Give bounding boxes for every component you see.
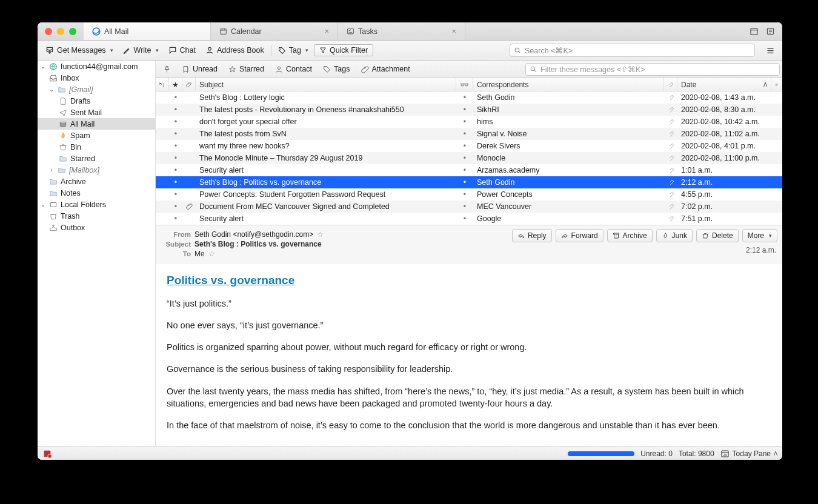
to-value: Me [195, 250, 205, 258]
today-pane-toggle[interactable]: 29 Today Pane ᐱ [720, 449, 777, 458]
forward-button[interactable]: Forward [556, 229, 604, 242]
address-book-button[interactable]: Address Book [201, 44, 268, 56]
col-label: Subject [199, 81, 224, 89]
folder-gmail[interactable]: ⌄[Gmail] [38, 84, 155, 95]
tab-tasks[interactable]: Tasks × [338, 22, 465, 40]
junk-button[interactable]: Junk [656, 229, 693, 242]
message-row[interactable]: •Seth's Blog : Lottery logic•Seth Godin2… [156, 91, 782, 104]
row-attach2-icon [664, 155, 677, 161]
star-contact-icon[interactable]: ☆ [208, 250, 215, 258]
message-row[interactable]: •want my three new books?•Derek Sivers20… [156, 140, 782, 152]
col-correspondents[interactable]: Correspondents [473, 78, 664, 91]
sent-icon [59, 108, 67, 117]
article-title-link[interactable]: Politics vs. governance [167, 273, 771, 289]
contacts-icon [205, 46, 214, 55]
get-messages-button[interactable]: Get Messages ▾ [41, 44, 118, 56]
folder-all-mail[interactable]: All Mail [38, 118, 155, 130]
subject-label: Subject [162, 240, 191, 248]
account-row[interactable]: ⌄function44@gmail.com [38, 61, 155, 72]
row-dot-icon: • [169, 190, 182, 199]
filter-messages-input[interactable]: Filter these messages <⇧⌘K> [525, 63, 780, 76]
addon-status-icon[interactable] [42, 449, 52, 459]
write-button[interactable]: Write ▾ [119, 44, 163, 56]
tag-button[interactable]: Tag ▾ [274, 44, 313, 56]
folder-archive[interactable]: Archive [38, 176, 155, 187]
col-thread[interactable]: ʰ↓ [156, 78, 169, 91]
quick-filter-label: Quick Filter [330, 46, 368, 55]
filter-starred[interactable]: Starred [224, 63, 269, 75]
to-label: To [162, 250, 191, 257]
title-right-controls [742, 22, 782, 40]
tab-all-mail[interactable]: All Mail [84, 22, 211, 40]
folder-label: Inbox [61, 74, 79, 82]
star-contact-icon[interactable]: ☆ [317, 230, 324, 239]
chevron-down-icon[interactable]: ▾ [156, 47, 159, 53]
folder-outbox[interactable]: Outbox [38, 222, 155, 233]
filter-pin[interactable] [158, 64, 176, 75]
folder-spam[interactable]: Spam [38, 130, 155, 141]
col-attach[interactable] [182, 78, 196, 91]
message-row[interactable]: •Security alert•Google7:51 p.m. [156, 213, 782, 225]
zoom-window-button[interactable] [69, 28, 76, 35]
col-read[interactable]: 👓 [456, 78, 473, 91]
row-correspondent: Google [473, 214, 664, 223]
col-attach2[interactable] [664, 78, 677, 91]
col-date[interactable]: Dateᐱ [677, 78, 771, 91]
row-dot-icon: • [169, 118, 182, 126]
row-dot-icon: • [456, 166, 473, 174]
message-row[interactable]: •The latest posts from SvN•Signal v. Noi… [156, 128, 782, 140]
archive-icon [613, 232, 620, 239]
more-button[interactable]: More [742, 229, 777, 242]
folder-icon [58, 166, 66, 174]
app-menu-button[interactable] [762, 44, 779, 57]
paperclip-icon [361, 65, 369, 73]
folder-notes[interactable]: Notes [38, 187, 155, 199]
col-subject[interactable]: Subject [196, 78, 456, 91]
close-window-button[interactable] [45, 28, 52, 35]
message-row[interactable]: •don't forget your special offer•hims202… [156, 116, 782, 128]
filter-tags[interactable]: Tags [318, 63, 354, 75]
folder-inbox[interactable]: Inbox [38, 72, 155, 84]
message-row[interactable]: •The Monocle Minute – Thursday 29 August… [156, 152, 782, 164]
drafts-icon [59, 97, 67, 105]
local-folders-row[interactable]: ⌄Local Folders [38, 199, 155, 210]
calendar-icon [219, 27, 227, 35]
tab-calendar[interactable]: Calendar × [211, 22, 338, 40]
tasks-toggle-icon[interactable] [766, 27, 775, 36]
close-icon[interactable]: × [324, 27, 329, 36]
chevron-down-icon[interactable]: ▾ [110, 47, 113, 53]
bookmark-icon [182, 65, 190, 73]
delete-button[interactable]: Delete [696, 229, 739, 242]
minimize-window-button[interactable] [57, 28, 64, 35]
folder-bin[interactable]: Bin [38, 141, 155, 153]
filter-attachment[interactable]: Attachment [356, 63, 415, 75]
message-row[interactable]: •Document From MEC Vancouver Signed and … [156, 201, 782, 213]
app-window: All Mail Calendar × Tasks × Get Messages… [38, 22, 782, 460]
global-search-input[interactable]: Search <⌘K> [510, 44, 755, 57]
message-row[interactable]: •Power Concepts: Student Forgotten Passw… [156, 188, 782, 201]
folder-sent[interactable]: Sent Mail [38, 107, 155, 118]
calendar-toggle-icon[interactable] [750, 27, 759, 36]
filter-contact[interactable]: Contact [270, 63, 317, 75]
col-star[interactable]: ★ [169, 78, 182, 91]
chat-button[interactable]: Chat [164, 44, 200, 56]
close-icon[interactable]: × [451, 27, 456, 36]
message-row[interactable]: •Seth's Blog : Politics vs. governance•S… [156, 176, 782, 188]
reply-button[interactable]: Reply [512, 229, 552, 242]
subject-value: Seth's Blog : Politics vs. governance [195, 240, 322, 248]
row-attach2-icon [664, 143, 677, 149]
folder-starred[interactable]: Starred [38, 153, 155, 164]
main-split: ⌄function44@gmail.com Inbox ⌄[Gmail] Dra… [38, 61, 782, 446]
filter-unread[interactable]: Unread [177, 63, 222, 75]
quick-filter-toggle[interactable]: Quick Filter [314, 44, 373, 56]
col-label: Date [681, 81, 696, 89]
column-picker[interactable] [771, 78, 782, 91]
folder-drafts[interactable]: Drafts [38, 95, 155, 107]
archive-button[interactable]: Archive [607, 229, 653, 242]
folder-mailbox[interactable]: ›[Mailbox] [38, 164, 155, 176]
message-row[interactable]: •The latest posts - Revolutionary in One… [156, 104, 782, 116]
folder-trash[interactable]: Trash [38, 210, 155, 222]
row-subject: Security alert [196, 214, 456, 223]
chevron-down-icon[interactable]: ▾ [305, 47, 308, 53]
message-row[interactable]: •Security alert•Arzamas.academy1:01 a.m. [156, 164, 782, 176]
